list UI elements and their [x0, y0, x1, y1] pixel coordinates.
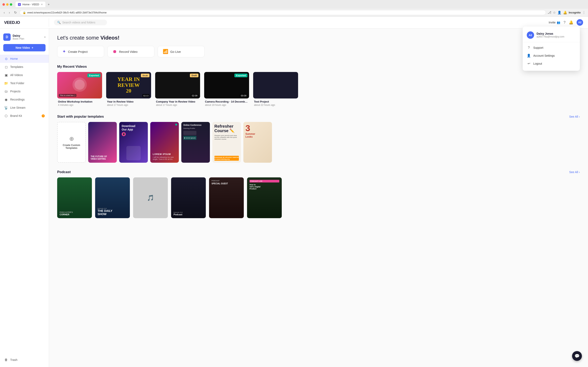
podcast-card-3[interactable]: 🎵: [133, 177, 168, 218]
online-conference-label: Online Conference: [183, 124, 201, 126]
live-stream-icon: 📡: [4, 106, 8, 110]
podcast-card-4[interactable]: Episode #14 Podcast: [171, 177, 206, 218]
video-card-online-workshop[interactable]: This is a text box :) Exported Online Wo…: [57, 72, 102, 106]
summer-number: 3: [245, 124, 270, 133]
profile-icon[interactable]: 👤: [557, 11, 562, 15]
refresher-title: RefresherCourse ✏️: [214, 124, 239, 133]
video-duration-2: 02:13: [142, 94, 149, 97]
page-title-prefix: Let's create some: [57, 35, 100, 41]
video-card-year-review[interactable]: YEAR INREVIEW20 Draft 02:13 Year in Revi…: [106, 72, 151, 106]
brand-kit-badge: !: [42, 114, 45, 117]
trash-icon: 🗑: [4, 358, 8, 362]
dropdown-account-settings-item[interactable]: 👤 Account Settings: [523, 52, 580, 59]
forward-button[interactable]: ›: [8, 10, 11, 15]
green-dot-indicator: [175, 124, 177, 125]
template-card-online-conference[interactable]: Online Conference Gaining Profits ▶ lore…: [181, 122, 210, 163]
new-tab-button[interactable]: +: [48, 3, 50, 6]
templates-icon: ◻: [4, 65, 8, 69]
plus-circle-icon: ⊕: [69, 135, 74, 142]
browser-tab[interactable]: V Home - VEED ✕: [16, 2, 45, 7]
create-project-button[interactable]: ✦ Create Project: [57, 46, 104, 57]
page-title-suffix: Videos!: [100, 35, 120, 41]
user-avatar-button[interactable]: A2: [577, 19, 583, 26]
record-video-button[interactable]: ⏺ Record Video: [107, 46, 154, 57]
video-card-camera-recording[interactable]: Exported 00:08 Camera Recording - 14 Dec…: [204, 72, 249, 106]
sidebar-item-projects[interactable]: 🗂 Projects: [0, 87, 49, 95]
reload-button[interactable]: ↻: [13, 10, 18, 15]
sidebar-item-templates[interactable]: ◻ Templates: [0, 63, 49, 71]
go-live-button[interactable]: 📶 Go Live: [158, 46, 205, 57]
help-icon[interactable]: ?: [563, 20, 566, 25]
browser-chrome: V Home - VEED ✕ + ‹ › ↻ 🔒 veed.io/worksp…: [0, 0, 588, 17]
address-bar[interactable]: 🔒 veed.io/workspaces/22ce6d2f-38c5-4df1-…: [20, 10, 546, 15]
main-content: Let's create some Videos! ✦ Create Proje…: [49, 29, 588, 367]
tab-label: Home - VEED: [22, 3, 39, 6]
cast-icon[interactable]: ⎇: [548, 11, 551, 15]
templates-grid: ⊕ Create Custom Templates THE FUTURE OFV…: [57, 122, 580, 163]
dropdown-user-details: Daisy Jonas a265776a@moodjoy.com: [536, 32, 564, 38]
sidebar-item-home[interactable]: ⊙ Home: [0, 55, 49, 63]
template-card-future[interactable]: THE FUTURE OFVIDEO EDITING: [88, 122, 117, 163]
create-custom-templates-card[interactable]: ⊕ Create Custom Templates: [57, 122, 86, 163]
video-thumbnail-5: [253, 72, 298, 99]
templates-title: Start with popular templates: [57, 115, 104, 119]
notification-bell-icon[interactable]: 🔔: [569, 20, 573, 25]
video-title-1: Online Workshop Invitation: [58, 100, 101, 103]
video-thumbnail-1: This is a text box :) Exported: [57, 72, 102, 99]
templates-see-all-link[interactable]: See All ›: [569, 115, 580, 118]
create-project-icon: ✦: [62, 49, 66, 54]
maximize-window-button[interactable]: [10, 3, 12, 6]
create-project-label: Create Project: [68, 50, 87, 53]
chat-button[interactable]: 💬: [572, 351, 582, 361]
support-label: Support: [533, 46, 543, 49]
template-card-download-app[interactable]: DownloadOur App 📱: [119, 122, 148, 163]
new-video-label: New Video: [16, 46, 30, 49]
logo: VEED.IO: [4, 20, 20, 25]
minimize-window-button[interactable]: [6, 3, 9, 6]
bookmark-icon[interactable]: ☆: [553, 11, 556, 15]
dropdown-user-email: a265776a@moodjoy.com: [536, 35, 564, 38]
video-info-2: Year in Review Video about 17 hours ago: [106, 99, 151, 106]
new-video-button[interactable]: New Video +: [3, 44, 45, 51]
video-card-company-review[interactable]: Draft 02:08 Company Year in Review Video…: [155, 72, 200, 106]
sidebar: D Daisy Basic Plan ▾ New Video + ⊙ Home …: [0, 29, 49, 367]
videos-grid: This is a text box :) Exported Online Wo…: [57, 72, 580, 107]
template-card-refresher[interactable]: RefresherCourse ✏️ Sharpen your pencils …: [212, 122, 241, 163]
sidebar-item-test-folder[interactable]: 📁 Test Folder: [0, 79, 49, 87]
podcast-see-all-link[interactable]: See All ›: [569, 170, 580, 174]
browser-titlebar: V Home - VEED ✕ +: [0, 0, 588, 9]
podcast-card-5[interactable]: PODCAST SPECIAL GUEST: [209, 177, 244, 218]
sidebar-label-trash: Trash: [10, 358, 17, 361]
dropdown-logout-item[interactable]: ↩ Logout: [523, 59, 580, 67]
video-card-test-project[interactable]: Test Project about 22 hours ago: [253, 72, 298, 106]
search-box[interactable]: 🔍 Search videos and folders: [54, 20, 107, 25]
recordings-icon: ◉: [4, 98, 8, 101]
dropdown-support-item[interactable]: ? Support: [523, 44, 580, 52]
workspace-name: Daisy: [13, 34, 42, 37]
sidebar-label-home: Home: [10, 57, 18, 60]
sidebar-label-projects: Projects: [10, 90, 21, 93]
notification-icon[interactable]: 🔔: [563, 11, 567, 15]
close-window-button[interactable]: [2, 3, 5, 6]
sidebar-item-brand-kit[interactable]: ⬡ Brand Kit !: [0, 112, 49, 120]
back-button[interactable]: ‹: [2, 10, 6, 15]
template-card-lorem[interactable]: LOREM IPSUM I will be releasing my new s…: [150, 122, 179, 163]
account-settings-label: Account Settings: [533, 54, 555, 57]
sidebar-item-recordings[interactable]: ◉ Recordings: [0, 95, 49, 104]
tab-close-button[interactable]: ✕: [41, 3, 43, 6]
sidebar-navigation: ⊙ Home ◻ Templates ▣ All Videos 📁 Test F…: [0, 55, 49, 354]
menu-icon[interactable]: ⋮: [582, 11, 586, 15]
video-thumbnail-3: Draft 02:08: [155, 72, 200, 99]
template-card-summer[interactable]: 3 SummerLooks: [243, 122, 272, 163]
sidebar-item-all-videos[interactable]: ▣ All Videos: [0, 71, 49, 79]
video-title-3: Company Year in Review Video: [156, 100, 199, 103]
invite-button[interactable]: Invite 👥: [549, 21, 560, 24]
recent-videos-title: My Recent Videos: [57, 65, 87, 69]
sidebar-item-trash[interactable]: 🗑 Trash: [4, 356, 45, 364]
logout-label: Logout: [533, 62, 542, 65]
go-live-label: Go Live: [170, 50, 181, 53]
podcast-card-6[interactable]: PODCAST LIVE How toSell a DigitalProduct: [247, 177, 282, 218]
sidebar-item-live-stream[interactable]: 📡 Live Stream: [0, 104, 49, 112]
podcast-card-2[interactable]: Episode #14 THE DAILYSHOW: [95, 177, 130, 218]
podcast-card-1[interactable]: PODCASTER'S CORNER: [57, 177, 92, 218]
